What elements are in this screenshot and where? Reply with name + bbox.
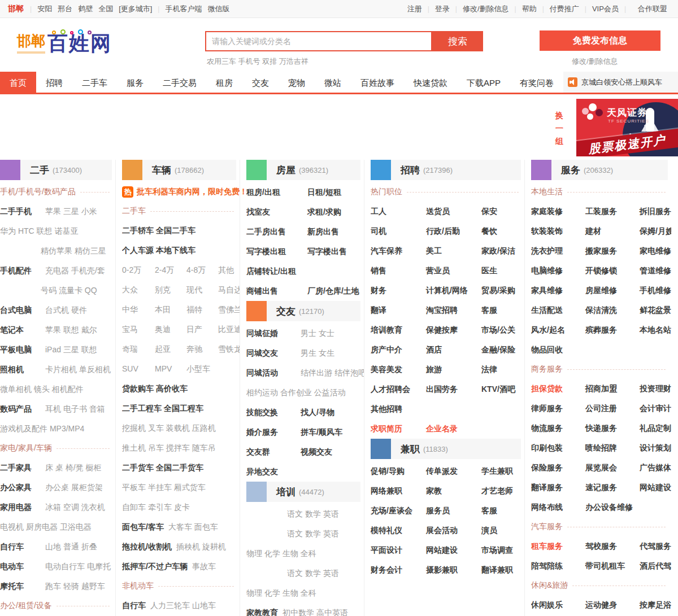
category-link[interactable]: 交友群 [246,442,296,462]
section-title[interactable]: 二手车 [122,206,146,216]
category-link[interactable]: 游戏机及配件 MP3/MP4 [0,419,84,439]
category-link[interactable]: 市场调查 [481,540,513,560]
category-link[interactable]: 学生兼职 [481,461,513,481]
category-link[interactable]: 数码产品 [0,399,41,419]
category-link[interactable]: 二手家具 [0,458,41,478]
nav-item-12[interactable]: 有奖问卷 [510,72,563,93]
category-link[interactable]: 房产中介 [371,340,421,360]
category-link[interactable]: 二手货车 全国二手货车 [122,458,203,478]
category-link[interactable]: 技能交换 [246,403,296,422]
site-logo[interactable]: 邯郸 百姓网 [17,32,112,54]
category-link[interactable]: 商铺出售 [246,281,303,301]
category-link[interactable]: 新房出售 [307,222,339,242]
category-link[interactable]: 物品回收 [531,340,563,360]
mobile-link[interactable]: 微信版 [207,5,229,13]
category-link[interactable]: 充电器 手机壳/套 [45,261,105,281]
category-link[interactable]: 按摩足浴 [640,595,671,615]
category-link[interactable]: 印刷包装 [531,438,581,458]
category-link[interactable]: 模特礼仪 [371,521,421,540]
category-link[interactable]: 建材 [585,221,635,241]
account-link[interactable]: 付费推广 [550,4,579,14]
section-title[interactable]: 商务服务 [531,364,563,374]
category-link[interactable]: 服务员 [426,501,477,521]
category-link[interactable]: 保安 [481,202,497,221]
category-link[interactable]: 招商加盟 [585,379,635,399]
category-link[interactable]: 同城活动 [246,363,296,383]
category-link[interactable]: 充场/座谈会 [371,501,421,521]
category-link[interactable]: 日租/短租 [307,182,341,202]
category-link[interactable]: 求职简历 [371,419,421,439]
category-link[interactable]: 平板车 半挂车 厢式货车 [122,478,206,497]
nav-item-7[interactable]: 宠物 [279,72,315,93]
category-link[interactable]: 出国劳务 [426,379,477,399]
category-link[interactable]: 奔驰 [186,339,214,359]
category-link[interactable]: 福特 [186,300,214,320]
category-link[interactable]: 殡葬服务 [585,320,635,340]
category-link[interactable]: 网站建设 [640,478,671,497]
current-city[interactable]: 邯郸 [8,4,24,14]
category-link[interactable]: 跑车 轻骑 越野车 [45,576,105,596]
category-link[interactable]: 奇瑞 [122,339,150,359]
category-link[interactable]: 4-8万 [186,260,214,280]
category-link[interactable]: 精仿苹果 精仿三星 [41,241,106,261]
category-link[interactable]: 网络兼职 [371,481,421,501]
category-link[interactable]: 金融/保险 [481,340,515,360]
category-link[interactable]: 雪佛兰 [218,300,240,320]
category-link[interactable]: 求租/求购 [307,202,341,222]
announcement-text[interactable]: 京城白领安心搭上顺风车 [581,77,662,88]
category-title[interactable]: 兼职 [401,443,420,456]
category-link[interactable]: 台式机 硬件 [45,300,87,320]
category-link[interactable]: 管道维修 [640,261,671,281]
nav-item-1[interactable]: 招聘 [36,72,72,93]
nav-item-4[interactable]: 二手交易 [153,72,206,93]
category-link[interactable]: 才艺老师 [481,481,513,501]
category-link[interactable]: 保健按摩 [426,320,477,340]
category-link[interactable]: 财务会计 [371,560,421,580]
category-link[interactable]: 酒后代驾 [640,556,671,576]
category-link[interactable]: 家教 [426,481,477,501]
category-link[interactable]: 代驾服务 [640,536,671,556]
category-link[interactable]: 手机配件 [0,261,41,281]
category-link[interactable]: 男士 女士 [301,324,334,343]
category-link[interactable]: 拼车/顺风车 [301,422,342,442]
nav-item-8[interactable]: 微站 [315,72,351,93]
account-link[interactable]: 帮助 [522,4,537,14]
category-link[interactable]: 日产 [186,320,214,339]
nav-item-11[interactable]: 下载APP [457,72,510,93]
category-link[interactable]: 电动自行车 电摩托 [45,557,111,576]
category-link[interactable]: 耳机 电子书 音箱 [45,399,105,419]
category-link[interactable]: 物理 化学 生物 全科 [246,544,316,563]
category-link[interactable]: 大众 [122,280,150,300]
category-link[interactable]: 结伴出游 结伴泡吧 [301,363,364,383]
category-link[interactable]: 语文 数学 英语 [287,524,339,544]
category-link[interactable]: 家教教育 [246,603,278,616]
category-title[interactable]: 服务 [561,164,580,177]
category-link[interactable]: 号码 流量卡 QQ [41,281,97,300]
category-link[interactable]: 马自达 [218,280,240,300]
city-link[interactable]: 鹤壁 [78,5,93,13]
category-link[interactable]: 其他 [218,260,234,280]
nav-item-0[interactable]: 首页 [0,72,36,93]
category-link[interactable]: 手机维修 [640,281,671,300]
category-link[interactable]: 公司注册 [585,399,635,418]
category-link[interactable]: 市场/公关 [481,320,515,340]
nav-item-9[interactable]: 百姓故事 [351,72,404,93]
search-input[interactable] [205,31,432,51]
category-link[interactable]: 驾校服务 [585,536,635,556]
category-link[interactable]: 生活配送 [531,300,581,320]
category-link[interactable]: 微单相机 镜头 相机配件 [0,379,84,399]
category-link[interactable]: 促销/导购 [371,461,421,481]
category-link[interactable]: 汽车保养 [371,241,421,261]
section-title[interactable]: 家电/家具/车辆 [0,443,52,453]
category-link[interactable]: 贸易/采购 [481,281,515,300]
category-link[interactable]: 搬家服务 [585,241,635,261]
category-link[interactable]: 保险服务 [531,458,581,478]
section-title[interactable]: 汽车服务 [531,522,563,532]
category-link[interactable]: 中华 [122,300,150,320]
category-link[interactable]: 美容美发 [371,360,421,379]
category-link[interactable]: 推土机 吊车 搅拌车 随车吊 [122,438,216,458]
category-link[interactable]: 律师服务 [531,399,581,418]
category-link[interactable]: 自卸车 牵引车 皮卡 [122,497,190,517]
account-link[interactable]: 登录 [435,4,450,14]
category-link[interactable]: 运动健身 [585,595,635,615]
